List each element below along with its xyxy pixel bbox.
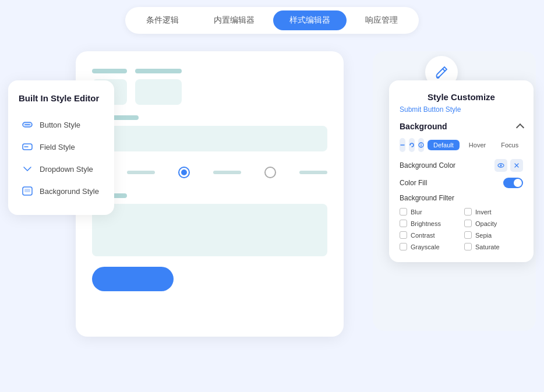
tab-hover[interactable]: Hover	[463, 140, 492, 150]
left-panel-title: Built In Style Editor	[19, 93, 104, 103]
filter-contrast[interactable]: Contrast	[400, 231, 458, 239]
background-section-title: Background	[400, 122, 447, 131]
mock-radio-row	[92, 161, 327, 184]
sepia-label: Sepia	[475, 232, 492, 239]
tab-focus[interactable]: Focus	[495, 140, 524, 150]
state-tabs-row: Default Hover Focus	[400, 138, 523, 152]
mock-radio-line-3	[299, 171, 327, 174]
style-customize-title: Style Customize	[400, 92, 523, 102]
background-color-label: Background Color	[400, 161, 455, 169]
collapse-icon[interactable]	[516, 123, 524, 131]
mock-label-2	[135, 69, 182, 73]
opacity-checkbox[interactable]	[464, 220, 472, 227]
button-style-icon	[21, 118, 34, 131]
color-fill-toggle[interactable]	[503, 178, 523, 188]
dropdown-style-icon	[21, 163, 34, 175]
mock-radio-2	[178, 167, 190, 178]
mock-label-1	[92, 69, 127, 73]
background-section-header: Background	[400, 122, 523, 131]
tab-default[interactable]: Default	[428, 140, 460, 150]
mock-radio-line-1	[127, 171, 155, 174]
tab-response[interactable]: 响应管理	[349, 10, 414, 30]
filter-checkboxes: Blur Invert Brightness Opacity Contrast …	[400, 208, 523, 250]
svg-point-10	[421, 143, 421, 144]
mock-submit-button	[92, 267, 174, 291]
filter-saturate[interactable]: Saturate	[464, 243, 523, 250]
invert-label: Invert	[475, 209, 492, 216]
tab-builtin[interactable]: 内置编辑器	[197, 10, 271, 30]
mock-radio-line-2	[213, 171, 241, 174]
clear-icon-btn[interactable]	[510, 159, 523, 172]
button-style-label: Button Style	[40, 121, 80, 129]
sidebar-item-background[interactable]: Backgorund Style	[19, 180, 104, 202]
rotate-icon-btn[interactable]	[409, 138, 415, 152]
field-style-icon	[21, 140, 34, 153]
style-customize-panel: Style Customize Submit Button Style Back…	[389, 80, 534, 262]
top-navigation: 条件逻辑 内置编辑器 样式编辑器 响应管理	[0, 0, 544, 34]
mock-textarea	[92, 204, 327, 256]
filter-blur[interactable]: Blur	[400, 208, 458, 216]
tab-conditional[interactable]: 条件逻辑	[130, 10, 195, 30]
info-icon-btn[interactable]	[418, 138, 424, 152]
grayscale-checkbox[interactable]	[400, 243, 407, 250]
mock-form-section-3	[92, 193, 327, 256]
sidebar-item-dropdown[interactable]: Dropdown Style	[19, 158, 104, 180]
blur-checkbox[interactable]	[400, 208, 407, 216]
background-filter-title: Background Filter	[400, 194, 523, 202]
svg-point-12	[500, 165, 502, 167]
filter-grayscale[interactable]: Grayscale	[400, 243, 458, 250]
background-style-icon	[21, 185, 34, 197]
dropdown-style-label: Dropdown Style	[40, 165, 93, 174]
background-style-label: Backgorund Style	[40, 187, 99, 196]
opacity-label: Opacity	[475, 220, 497, 227]
field-style-label: Field Style	[40, 143, 75, 151]
mock-form-section-2	[92, 115, 327, 151]
mock-radio-3	[264, 167, 276, 178]
background-color-controls	[494, 159, 523, 172]
saturate-label: Saturate	[475, 243, 500, 250]
minus-icon-btn[interactable]	[400, 138, 405, 152]
sidebar-item-button[interactable]: Button Style	[19, 114, 104, 136]
sidebar-item-field[interactable]: Field Style	[19, 136, 104, 158]
saturate-checkbox[interactable]	[464, 243, 472, 250]
mock-input-2	[135, 79, 182, 105]
filter-brightness[interactable]: Brightness	[400, 220, 458, 227]
left-style-panel: Built In Style Editor Button Style Field…	[8, 80, 114, 215]
style-customize-subtitle: Submit Button Style	[400, 105, 523, 114]
filter-sepia[interactable]: Sepia	[464, 231, 523, 239]
tab-style[interactable]: 样式编辑器	[273, 10, 347, 30]
main-content: Built In Style Editor Button Style Field…	[0, 34, 544, 385]
brightness-label: Brightness	[411, 220, 441, 227]
form-preview-card	[76, 51, 344, 337]
nav-tab-group: 条件逻辑 内置编辑器 样式编辑器 响应管理	[125, 7, 419, 34]
contrast-checkbox[interactable]	[400, 231, 407, 239]
eye-icon-btn[interactable]	[494, 159, 507, 172]
brightness-checkbox[interactable]	[400, 220, 407, 227]
color-fill-row: Color Fill	[400, 178, 523, 188]
color-fill-label: Color Fill	[400, 179, 427, 187]
svg-rect-6	[24, 189, 30, 192]
mock-form-section-1	[92, 69, 327, 105]
blur-label: Blur	[411, 209, 422, 216]
mock-input-full-1	[92, 126, 327, 151]
sepia-checkbox[interactable]	[464, 231, 472, 239]
contrast-label: Contrast	[411, 232, 435, 239]
mock-input-row-1	[92, 69, 327, 105]
filter-invert[interactable]: Invert	[464, 208, 523, 216]
invert-checkbox[interactable]	[464, 208, 472, 216]
background-color-row: Background Color	[400, 159, 523, 172]
filter-opacity[interactable]: Opacity	[464, 220, 523, 227]
grayscale-label: Grayscale	[411, 243, 440, 250]
